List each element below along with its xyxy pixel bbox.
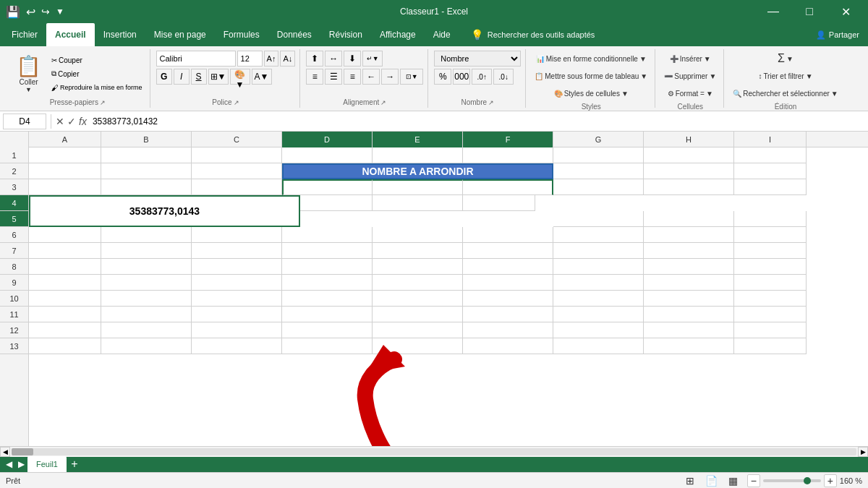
- cell-g6[interactable]: [553, 227, 644, 243]
- save-icon[interactable]: 💾: [6, 5, 20, 19]
- cell-d3[interactable]: [282, 179, 373, 195]
- clipboard-label[interactable]: Presse-papiers ↗: [50, 98, 106, 106]
- cell-i13[interactable]: [734, 338, 807, 354]
- row-9[interactable]: 9: [0, 275, 28, 291]
- font-family-input[interactable]: [156, 51, 236, 67]
- format-button[interactable]: ⚙ Format = ▼: [665, 85, 716, 101]
- reproduire-button[interactable]: 🖌 Reproduire la mise en forme: [48, 81, 145, 94]
- cell-i3[interactable]: [734, 179, 807, 195]
- cell-g8[interactable]: [553, 259, 644, 275]
- cell-a10[interactable]: [29, 291, 101, 307]
- fill-color-button[interactable]: 🎨▼: [230, 69, 250, 85]
- cell-c6[interactable]: [192, 227, 282, 243]
- cell-g7[interactable]: [553, 243, 644, 259]
- cell-i11[interactable]: [734, 307, 807, 322]
- indent-increase-button[interactable]: →: [381, 69, 399, 85]
- cell-b7[interactable]: [101, 243, 192, 259]
- zoom-slider[interactable]: [763, 479, 821, 482]
- font-size-input[interactable]: [237, 51, 263, 67]
- sheet-tab-feuil1[interactable]: Feuil1: [27, 456, 67, 472]
- italic-button[interactable]: I: [174, 69, 190, 85]
- percent-button[interactable]: %: [434, 69, 451, 85]
- cell-f10[interactable]: [463, 291, 553, 307]
- align-center-button[interactable]: ☰: [325, 69, 342, 85]
- cell-f7[interactable]: [463, 243, 553, 259]
- page-layout-button[interactable]: 📄: [704, 473, 720, 489]
- cellules-label[interactable]: Cellules: [677, 103, 703, 111]
- cell-g2[interactable]: [553, 163, 644, 179]
- tab-fichier[interactable]: Fichier: [3, 23, 46, 46]
- cell-f8[interactable]: [463, 259, 553, 275]
- align-middle-button[interactable]: ↔: [325, 51, 342, 67]
- col-header-a[interactable]: A: [29, 132, 101, 147]
- row-2[interactable]: 2: [0, 163, 28, 179]
- cell-i9[interactable]: [734, 275, 807, 291]
- cancel-formula-icon[interactable]: ✕: [56, 116, 64, 127]
- cell-b10[interactable]: [101, 291, 192, 307]
- cell-a9[interactable]: [29, 275, 101, 291]
- cell-a11[interactable]: [29, 307, 101, 322]
- styles-label[interactable]: Styles: [582, 103, 601, 111]
- cell-a3[interactable]: [29, 179, 101, 195]
- align-left-button[interactable]: ≡: [306, 69, 323, 85]
- cell-a1[interactable]: [29, 147, 101, 163]
- tab-revision[interactable]: Révision: [320, 23, 371, 46]
- cell-d13[interactable]: [282, 338, 373, 354]
- cell-i6[interactable]: [734, 227, 807, 243]
- increase-decimal-button[interactable]: .0↑: [472, 69, 492, 85]
- row-3[interactable]: 3: [0, 179, 28, 195]
- cell-c11[interactable]: [192, 307, 282, 322]
- add-sheet-button[interactable]: +: [67, 456, 82, 472]
- cell-b8[interactable]: [101, 259, 192, 275]
- tab-affichage[interactable]: Affichage: [371, 23, 425, 46]
- cell-d4-value-top[interactable]: 35383773,0143: [29, 195, 300, 227]
- edition-label[interactable]: Édition: [775, 103, 797, 111]
- cell-b1[interactable]: [101, 147, 192, 163]
- scroll-sheets-left[interactable]: ◀: [3, 459, 15, 469]
- cell-f3[interactable]: [463, 179, 553, 195]
- tab-insertion[interactable]: Insertion: [95, 23, 145, 46]
- cell-c10[interactable]: [192, 291, 282, 307]
- close-button[interactable]: ✕: [829, 0, 862, 23]
- cell-e3[interactable]: [373, 179, 463, 195]
- scroll-sheets-right[interactable]: ▶: [15, 459, 27, 469]
- cell-i8[interactable]: [734, 259, 807, 275]
- police-label[interactable]: Police ↗: [212, 98, 239, 106]
- cell-c13[interactable]: [192, 338, 282, 354]
- cell-i5[interactable]: [734, 211, 807, 227]
- row-5[interactable]: 5: [0, 211, 28, 227]
- normal-view-button[interactable]: ⊞: [682, 473, 698, 489]
- cell-d7[interactable]: [282, 243, 373, 259]
- row-8[interactable]: 8: [0, 259, 28, 275]
- cell-f9[interactable]: [463, 275, 553, 291]
- alignement-label[interactable]: Alignement ↗: [343, 98, 386, 106]
- row-7[interactable]: 7: [0, 243, 28, 259]
- cell-e7[interactable]: [373, 243, 463, 259]
- cell-h13[interactable]: [644, 338, 734, 354]
- cell-h11[interactable]: [644, 307, 734, 322]
- cell-b11[interactable]: [101, 307, 192, 322]
- scroll-right-button[interactable]: ▶: [858, 447, 868, 457]
- cell-g1[interactable]: [553, 147, 644, 163]
- cell-e11[interactable]: [373, 307, 463, 322]
- cell-c12[interactable]: [192, 322, 282, 338]
- merge-center-button[interactable]: ⊡▼: [400, 69, 423, 85]
- cell-h9[interactable]: [644, 275, 734, 291]
- tab-donnees[interactable]: Données: [268, 23, 320, 46]
- cell-h6[interactable]: [644, 227, 734, 243]
- border-button[interactable]: ⊞▼: [208, 69, 229, 85]
- cell-i10[interactable]: [734, 291, 807, 307]
- cell-h1[interactable]: [644, 147, 734, 163]
- decrease-font-button[interactable]: A↓: [280, 51, 295, 67]
- page-break-button[interactable]: ▦: [726, 473, 741, 489]
- cell-d12[interactable]: [282, 322, 373, 338]
- cell-i7[interactable]: [734, 243, 807, 259]
- col-header-i[interactable]: I: [734, 132, 807, 147]
- col-header-c[interactable]: C: [192, 132, 282, 147]
- cell-f13[interactable]: [463, 338, 553, 354]
- cell-i2[interactable]: [734, 163, 807, 179]
- rechercher-button[interactable]: 🔍 Rechercher et sélectionner ▼: [730, 85, 841, 101]
- mise-en-forme-conditionnelle-button[interactable]: 📊 Mise en forme conditionnelle ▼: [533, 51, 650, 67]
- cell-f1[interactable]: [463, 147, 553, 163]
- tab-aide[interactable]: Aide: [425, 23, 459, 46]
